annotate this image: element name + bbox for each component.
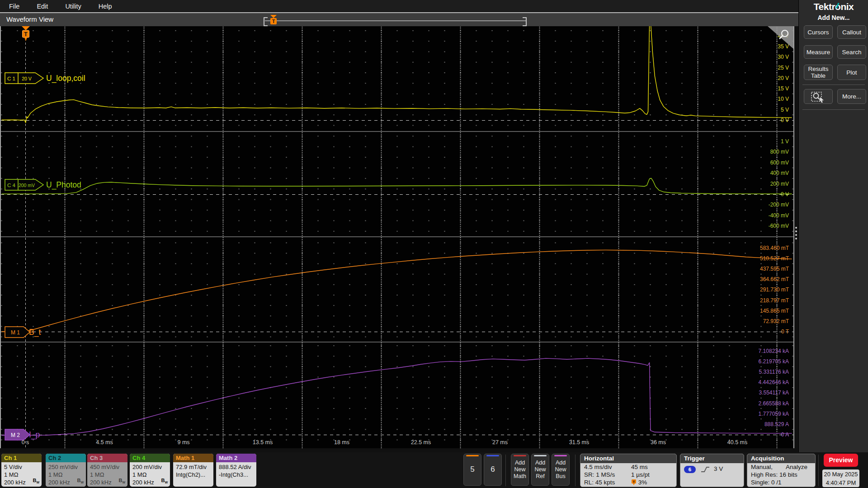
time-axis-label: 13.5 ms (245, 439, 281, 446)
trigger-level-value: 3 V (714, 465, 723, 472)
cursors-button[interactable]: Cursors (804, 25, 833, 39)
menu-edit[interactable]: Edit (37, 3, 48, 10)
acquisition-resolution: High Res: 16 bits (751, 471, 797, 478)
axis-label: 200 mV (770, 180, 789, 188)
axis-label: 0 V (781, 191, 789, 198)
channel-badge-header: Ch 2 (46, 454, 86, 462)
plot-right-border (793, 26, 794, 448)
menu-file[interactable]: File (9, 3, 19, 10)
page-title: Waveform View (6, 15, 53, 23)
channel-setting-row: 5 V/div (4, 463, 42, 471)
view-window-left-bracket[interactable] (264, 17, 268, 26)
slice-divider[interactable] (1, 236, 793, 237)
more-button[interactable]: More... (837, 89, 866, 104)
slice-divider[interactable] (1, 131, 793, 132)
horizontal-value: SR: 1 MS/s (584, 471, 615, 478)
channel-badge-m1[interactable]: M 1 (5, 326, 31, 338)
add-new-bus-button[interactable]: AddNewBus (552, 454, 570, 486)
axis-label: 888.529 A (764, 421, 789, 428)
splitter-grip-dot[interactable] (795, 238, 797, 239)
time-text: 4:40:47 PM (822, 479, 859, 487)
channel-setting-row: 200 mV/div (132, 463, 170, 471)
channel-setting-row: -Intg(Ch3... (219, 471, 256, 479)
add-new-heading: Add New... (799, 14, 868, 21)
results-table-button[interactable]: Results Table (804, 65, 833, 80)
trace-u-loop-coil (1, 26, 793, 131)
axis-label: 0 A (781, 431, 789, 438)
horizontal-panel[interactable]: Horizontal4.5 ms/divSR: 1 MS/sRL: 45 kpt… (580, 454, 677, 487)
axis-label: 400 mV (770, 169, 789, 177)
acquisition-panel[interactable]: AcquisitionManual,AnalyzeHigh Res: 16 bi… (747, 454, 816, 487)
channel-badge-header: Ch 1 (1, 454, 42, 462)
zoom-select-button[interactable] (804, 89, 833, 104)
axis-label: 600 mV (770, 159, 789, 166)
axis-label: 437.595 mT (760, 265, 789, 272)
channel-settings-badge-math2[interactable]: Math 2888.52 A/div-Intg(Ch3... (216, 454, 256, 487)
time-axis-label: 22.5 ms (403, 439, 439, 446)
menu-help[interactable]: Help (99, 3, 112, 10)
add-new-math-button[interactable]: AddNewMath (511, 454, 529, 486)
acquisition-single-count: Single: 0 /1 (751, 479, 782, 486)
view-window-right-bracket[interactable] (523, 17, 527, 26)
bandwidth-limit-icon: BW (118, 477, 125, 486)
time-axis-label: 18 ms (324, 439, 360, 446)
channel-setting-row: Intg(Ch2)... (176, 471, 213, 479)
zoom-corner-control[interactable] (768, 26, 793, 49)
axis-label: 25 V (778, 64, 789, 71)
splitter-grip-dot[interactable] (795, 234, 797, 236)
trigger-panel-title: Trigger (680, 454, 744, 463)
channel-settings-badge-ch3[interactable]: Ch 3450 mV/div1 MΩ200 kHzBW (87, 454, 127, 487)
channel-badge-c4[interactable]: C 4200 mV (5, 179, 44, 191)
callout-button[interactable]: Callout (837, 25, 866, 39)
channel-badge-c1[interactable]: C 120 V (5, 72, 44, 84)
acquisition-panel-title: Acquisition (747, 454, 815, 463)
channel-settings-badge-ch2[interactable]: Ch 2250 mV/div1 MΩ200 kHzBW (46, 454, 86, 487)
axis-label: 1.777059 kA (759, 410, 789, 418)
channel-settings-badge-ch1[interactable]: Ch 15 V/div1 MΩ200 kHzBW (1, 454, 42, 487)
axis-label: -200 mV (769, 201, 789, 208)
axis-label: 4.442646 kA (759, 379, 789, 386)
splitter-grip-dot[interactable] (795, 227, 797, 229)
preview-button[interactable]: Preview (824, 454, 858, 467)
axis-label: 2.665588 kA (759, 400, 789, 407)
trigger-panel[interactable]: Trigger63 V (680, 454, 744, 487)
slice-divider[interactable] (1, 342, 793, 343)
horizontal-value: 1 µs/pt (631, 471, 650, 478)
measure-button[interactable]: Measure (804, 45, 833, 59)
axis-label: -400 mV (769, 212, 789, 219)
menu-utility[interactable]: Utility (65, 3, 81, 10)
channel-badge-header: Ch 4 (130, 454, 170, 462)
trigger-position-marker-icon[interactable]: T (269, 14, 278, 26)
channel-settings-badge-math1[interactable]: Math 172.9 mT/divIntg(Ch2)... (173, 454, 213, 487)
channel-5-button[interactable]: 5 (463, 454, 481, 486)
acquisition-position-track[interactable] (265, 20, 526, 21)
axis-label: 20 V (778, 75, 789, 82)
svg-text:M 2: M 2 (11, 432, 20, 438)
channel-settings-badge-ch4[interactable]: Ch 4200 mV/div1 MΩ200 kHzBW (130, 454, 170, 487)
axis-label: 1 V (781, 138, 789, 145)
badge-color-stripe (514, 455, 526, 456)
acquisition-panel-body: Manual,AnalyzeHigh Res: 16 bitsSingle: 0… (747, 463, 815, 487)
channel-badge-header: Ch 3 (87, 454, 127, 462)
acquisition-mode: Manual, (751, 464, 773, 470)
plot-button[interactable]: Plot (837, 65, 866, 80)
separator (818, 455, 819, 486)
horizontal-value: T 3% (631, 479, 647, 486)
trigger-panel-body: 63 V (680, 463, 744, 487)
svg-text:T: T (272, 19, 275, 24)
splitter-grip-dot[interactable] (795, 230, 797, 232)
add-new-ref-button[interactable]: AddNewRef (531, 454, 549, 486)
button-label: AddNewMath (511, 460, 528, 480)
channel-badge-body: 450 mV/div1 MΩ200 kHzBW (87, 462, 127, 487)
channel-6-button[interactable]: 6 (484, 454, 502, 486)
datetime-display: 20 May 20254:40:47 PM (822, 469, 859, 487)
axis-label: 72.932 mT (763, 318, 789, 325)
trace-name-label: U_loop,coil (46, 72, 85, 84)
horizontal-value: RL: 45 kpts (584, 479, 615, 486)
search-button[interactable]: Search (837, 45, 866, 59)
trigger-level-flag-icon[interactable]: T (21, 26, 31, 44)
separator (575, 455, 576, 486)
separator (505, 455, 506, 486)
horizontal-panel-title: Horizontal (580, 454, 676, 463)
axis-label: 364.662 mT (760, 276, 789, 283)
